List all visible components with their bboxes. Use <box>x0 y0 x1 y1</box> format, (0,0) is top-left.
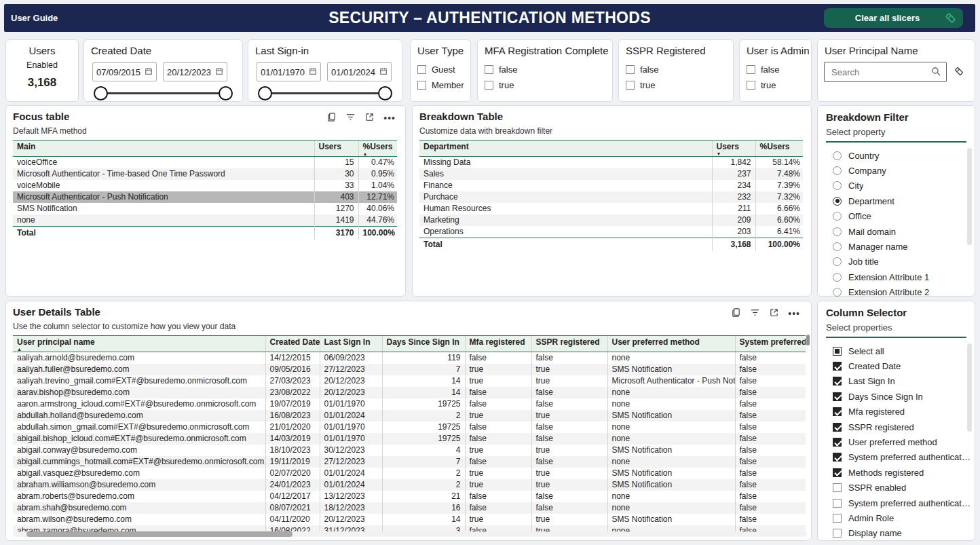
user-details-row[interactable]: abigail.vasquez@bsuredemo.com02/07/20200… <box>13 468 806 479</box>
breakdown-table-row[interactable]: Human Resources2116.66% <box>419 203 803 214</box>
column-selector-item-last-sign-in[interactable]: Last Sign In <box>833 374 970 389</box>
breakdown-filter-option-office[interactable]: Office <box>833 209 970 224</box>
breakdown-filter-option-company[interactable]: Company <box>833 163 970 178</box>
column-selector-item-days-since-sign-in[interactable]: Days Since Sign In <box>833 389 970 404</box>
checkbox-unchecked-icon[interactable] <box>485 65 493 74</box>
checkbox-checked-icon[interactable] <box>833 377 842 386</box>
checkbox-unchecked-icon[interactable] <box>833 499 842 508</box>
column-selector-item-admin-role[interactable]: Admin Role <box>833 510 970 525</box>
column-selector-item-system-preferred-authentication-[interactable]: System preferred authentication ... <box>833 495 970 510</box>
calendar-icon[interactable] <box>379 67 388 77</box>
breakdown-filter-option-department[interactable]: Department <box>833 193 970 208</box>
checkbox-checked-icon[interactable] <box>833 407 842 416</box>
checkbox-checked-icon[interactable] <box>833 423 842 432</box>
slider-handle-left[interactable] <box>94 86 108 100</box>
focus-mode-icon[interactable] <box>769 307 779 320</box>
radio-icon[interactable] <box>833 288 842 297</box>
breakdown-table-row[interactable]: Sales2377.48% <box>419 168 803 180</box>
created-date-end-input[interactable]: 20/12/2023 <box>163 62 227 81</box>
column-selector-item-sspr-enabled[interactable]: SSPR enabled <box>833 481 970 495</box>
checkbox-checked-icon[interactable] <box>833 453 842 462</box>
focus-table-row[interactable]: voiceMobile331.04% <box>13 180 397 191</box>
checkbox-unchecked-icon[interactable] <box>833 483 842 492</box>
checkbox-unchecked-icon[interactable] <box>747 65 755 74</box>
breakdown-filter-option-extension-attribute-2[interactable]: Extension Attribute 2 <box>833 285 970 300</box>
checkbox-unchecked-icon[interactable] <box>485 81 493 90</box>
checkbox-checked-icon[interactable] <box>833 362 842 371</box>
breakdown-filter-option-extension-attribute-1[interactable]: Extension Attribute 1 <box>833 269 970 284</box>
last-sign-in-end-input[interactable]: 01/01/2024 <box>327 62 392 81</box>
ud-col-user-preferred[interactable]: User preferred method <box>607 336 735 352</box>
column-selector-item-mfa-registered[interactable]: Mfa registered <box>833 405 970 419</box>
radio-icon[interactable] <box>833 212 842 221</box>
breakdown-filter-option-mail-domain[interactable]: Mail domain <box>833 224 970 239</box>
ud-col-days-since[interactable]: Days Since Sign In <box>382 336 465 352</box>
breakdown-table-row[interactable]: Operations2036.41% <box>419 226 803 238</box>
user-details-row[interactable]: abram.roberts@bsuredemo.com04/12/201713/… <box>13 491 806 502</box>
checkbox-unchecked-icon[interactable] <box>626 81 635 90</box>
breakdown-col-department[interactable]: Department <box>419 140 712 157</box>
search-input[interactable] <box>830 67 921 78</box>
column-selector-item-system-preferred-authentication[interactable]: System preferred authentication <box>833 450 970 465</box>
copy-icon[interactable] <box>731 307 741 320</box>
checkbox-indeterminate-icon[interactable] <box>833 347 842 356</box>
breakdown-filter-scrollbar[interactable] <box>967 148 972 245</box>
checkbox-unchecked-icon[interactable] <box>833 529 842 538</box>
ud-col-upn[interactable]: User principal name▲ <box>13 336 265 352</box>
focus-mode-icon[interactable] <box>364 112 375 124</box>
user-details-row[interactable]: abdullah.simon_gmail.com#EXT#@bsuredemo.… <box>13 421 806 433</box>
user-details-row[interactable]: abigail.bishop_icloud.com#EXT#@bsuredemo… <box>13 433 806 445</box>
ud-col-sspr-registered[interactable]: SSPR registered <box>531 336 607 352</box>
sspr-registered-option-false[interactable]: false <box>626 64 726 75</box>
user-details-row[interactable]: abraham.williamson@bsuredemo.com24/01/20… <box>13 479 806 491</box>
breakdown-filter-option-city[interactable]: City <box>833 178 970 193</box>
horizontal-scrollbar-thumb[interactable] <box>26 531 293 537</box>
user-details-row[interactable]: abram.wilson@bsuredemo.com04/11/202020/1… <box>13 514 806 525</box>
breakdown-table-row[interactable]: Purchace2327.32% <box>419 191 803 203</box>
slider-handle-left[interactable] <box>258 86 272 100</box>
user-details-row[interactable]: aarav.bishop@bsuredemo.com23/08/202220/1… <box>13 387 806 398</box>
checkbox-unchecked-icon[interactable] <box>626 65 635 74</box>
breakdown-table-row[interactable]: Marketing2096.60% <box>419 214 803 226</box>
radio-icon[interactable] <box>833 257 842 266</box>
column-selector-item-select-all[interactable]: Select all <box>833 343 970 358</box>
calendar-icon[interactable] <box>145 67 153 77</box>
horizontal-scrollbar[interactable] <box>13 531 807 537</box>
focus-col-pct-users[interactable]: %Users▲ <box>358 140 397 157</box>
focus-col-main[interactable]: Main <box>13 140 314 157</box>
user-details-row[interactable]: aaliyah.arnold@bsuredemo.com14/12/201506… <box>13 352 806 364</box>
focus-table-row[interactable]: voiceOffice150.47% <box>13 157 397 169</box>
checkbox-checked-icon[interactable] <box>833 438 842 447</box>
user-is-admin-option-true[interactable]: true <box>747 80 804 90</box>
user-details-row[interactable]: aaron.armstrong_icloud.com#EXT#@bsuredem… <box>13 398 806 410</box>
radio-icon[interactable] <box>833 181 842 190</box>
user-details-row[interactable]: aaliyah.fuller@bsuredemo.com09/05/201627… <box>13 364 806 375</box>
radio-icon[interactable] <box>833 166 842 175</box>
checkbox-checked-icon[interactable] <box>833 392 842 401</box>
radio-selected-icon[interactable] <box>833 197 842 206</box>
calendar-icon[interactable] <box>215 67 223 77</box>
checkbox-unchecked-icon[interactable] <box>747 81 755 90</box>
mfa-registration-option-true[interactable]: true <box>485 80 605 90</box>
column-selector-scrollbar[interactable] <box>967 343 972 432</box>
breakdown-filter-option-job-title[interactable]: Job title <box>833 255 970 269</box>
focus-table-row[interactable]: SMS Notification127040.06% <box>13 203 397 214</box>
ud-col-system-preferred[interactable]: System preferred authentication <box>735 336 806 352</box>
more-options-icon[interactable]: ••• <box>788 310 800 317</box>
user-type-option-member[interactable]: Member <box>417 80 464 90</box>
sspr-registered-option-true[interactable]: true <box>626 80 726 90</box>
radio-icon[interactable] <box>833 227 842 236</box>
column-selector-item-methods-registered[interactable]: Methods registered <box>833 465 970 480</box>
focus-col-users[interactable]: Users <box>314 140 358 157</box>
checkbox-checked-icon[interactable] <box>833 468 842 477</box>
filter-icon[interactable] <box>750 307 760 320</box>
ud-col-created-date[interactable]: Created Date <box>265 336 320 352</box>
user-details-row[interactable]: abram.zamora@bsuredemo.com16/08/202231/1… <box>13 525 806 531</box>
slider-handle-right[interactable] <box>378 86 392 100</box>
ud-col-last-sign-in[interactable]: Last Sign In <box>320 336 382 352</box>
column-selector-item-sspr-registered[interactable]: SSPR registered <box>833 419 970 434</box>
user-details-row[interactable]: abdullah.holland@bsuredemo.com16/08/2023… <box>13 410 806 421</box>
user-details-row[interactable]: abigail.conway@bsuredemo.com18/10/202330… <box>13 445 806 456</box>
user-type-option-guest[interactable]: Guest <box>417 64 464 75</box>
column-selector-item-user-preferred-method[interactable]: User preferred method <box>833 434 970 449</box>
